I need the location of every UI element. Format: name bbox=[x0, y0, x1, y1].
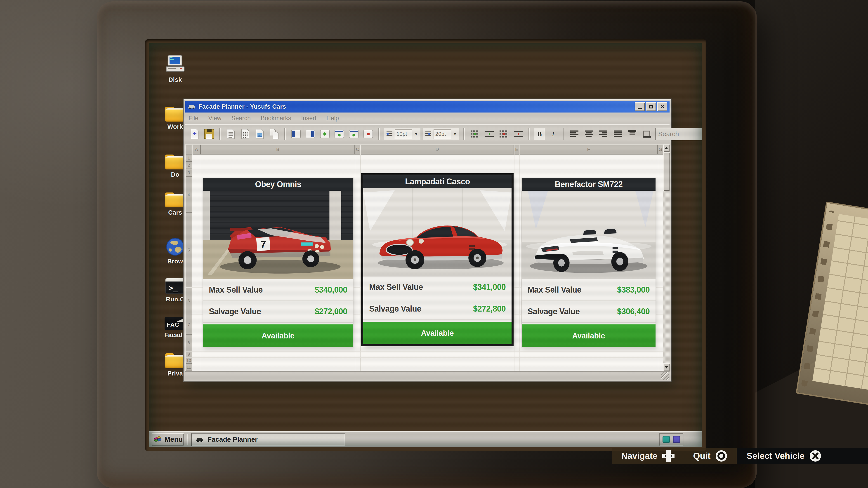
toolbar-separator bbox=[563, 128, 564, 140]
gridline bbox=[514, 155, 515, 371]
new-document-icon bbox=[190, 129, 199, 139]
gridline bbox=[192, 351, 663, 352]
red-marker-icon bbox=[363, 130, 373, 138]
column-header-c[interactable]: C bbox=[355, 144, 360, 155]
salvage-value: $272,800 bbox=[473, 304, 506, 314]
close-button[interactable]: ✕ bbox=[657, 102, 667, 111]
max-sell-row: Max Sell Value $383,000 bbox=[522, 279, 655, 301]
scrollbar-thumb[interactable] bbox=[663, 152, 670, 191]
insert-header-green-button[interactable] bbox=[333, 128, 345, 140]
menu-search[interactable]: Search bbox=[231, 115, 251, 122]
app-car-icon bbox=[188, 104, 196, 109]
vehicle-name: Lampadati Casco bbox=[405, 177, 470, 186]
column-header-d[interactable]: D bbox=[360, 144, 514, 155]
row-header-9[interactable]: 9 bbox=[185, 351, 192, 357]
doc-fields-button[interactable] bbox=[239, 128, 251, 140]
italic-button[interactable]: I bbox=[548, 128, 559, 140]
bold-button[interactable]: B bbox=[534, 128, 545, 140]
vehicle-name-header: Lampadati Casco bbox=[363, 175, 512, 188]
row-header-11[interactable]: 11 bbox=[185, 364, 192, 371]
vehicle-card-obey-omnis[interactable]: Obey Omnis bbox=[203, 178, 353, 347]
gridline bbox=[192, 357, 663, 358]
insert-row-below-button[interactable] bbox=[483, 128, 495, 140]
menu-file[interactable]: File bbox=[188, 115, 198, 122]
align-left-button[interactable] bbox=[568, 128, 581, 140]
window-titlebar[interactable]: Facade Planner - Yusufs Cars ✕ bbox=[185, 101, 670, 112]
salvage-label: Salvage Value bbox=[528, 307, 580, 316]
panel-right-button[interactable] bbox=[304, 128, 316, 140]
new-document-button[interactable] bbox=[188, 128, 201, 140]
delete-row-button[interactable] bbox=[498, 128, 510, 140]
align-bottom-button[interactable] bbox=[641, 128, 653, 140]
copy-button[interactable] bbox=[268, 128, 280, 140]
insert-header-green2-button[interactable] bbox=[348, 128, 360, 140]
hud-select-vehicle-label: Select Vehicle bbox=[747, 451, 804, 461]
doc-text-button[interactable] bbox=[225, 128, 237, 140]
panel-left-button[interactable] bbox=[290, 128, 302, 140]
row-header-6[interactable]: 6 bbox=[185, 287, 192, 315]
row-header-8[interactable]: 8 bbox=[185, 335, 192, 351]
align-center-button[interactable] bbox=[583, 128, 595, 140]
panel-left-icon bbox=[291, 130, 301, 138]
hud-navigate-label: Navigate bbox=[621, 451, 657, 461]
align-top-button[interactable] bbox=[626, 128, 638, 140]
font-size-dropdown-a[interactable]: 10pt ▼ bbox=[384, 128, 421, 140]
vehicle-card-benefactor-sm722[interactable]: Benefactor SM722 bbox=[522, 178, 655, 347]
max-sell-value: $341,000 bbox=[473, 283, 506, 292]
vehicle-card-lampadati-casco[interactable]: Lampadati Casco bbox=[363, 175, 512, 344]
row-header-7[interactable]: 7 bbox=[185, 315, 192, 335]
grid-corner-cell[interactable] bbox=[185, 144, 192, 155]
availability-bar: Available bbox=[203, 324, 353, 347]
row-header-2[interactable]: 2 bbox=[185, 162, 192, 169]
align-left-icon bbox=[570, 130, 579, 138]
max-sell-row: Max Sell Value $341,000 bbox=[363, 276, 512, 298]
column-header-b[interactable]: B bbox=[201, 144, 355, 155]
menu-bookmarks[interactable]: Bookmarks bbox=[260, 115, 291, 122]
start-menu-button[interactable]: Menu bbox=[152, 433, 184, 446]
column-header-a[interactable]: A bbox=[192, 144, 201, 155]
search-input[interactable] bbox=[658, 130, 702, 138]
align-right-button[interactable] bbox=[597, 128, 610, 140]
row-header-1[interactable]: 1 bbox=[185, 155, 192, 162]
font-size-dropdown-b[interactable]: 20pt ▼ bbox=[423, 128, 459, 140]
column-header-g[interactable]: G bbox=[658, 144, 663, 155]
save-button[interactable] bbox=[203, 128, 215, 140]
salvage-label: Salvage Value bbox=[369, 304, 421, 314]
classic-car-illustration bbox=[363, 188, 512, 276]
facade-icon-badge: FAC bbox=[167, 321, 179, 328]
row-header-3[interactable]: 3 bbox=[185, 169, 192, 177]
insert-green-button[interactable] bbox=[319, 128, 331, 140]
copy-pages-icon bbox=[270, 129, 279, 139]
menu-insert[interactable]: Insert bbox=[301, 115, 316, 122]
taskbar-item-facade-planner[interactable]: Facade Planner bbox=[191, 433, 345, 446]
align-justify-button[interactable] bbox=[612, 128, 624, 140]
desktop-icon-disk[interactable]: Disk bbox=[161, 55, 189, 84]
maximize-button[interactable] bbox=[646, 102, 656, 111]
header-green-icon bbox=[349, 130, 359, 138]
menu-help[interactable]: Help bbox=[327, 115, 339, 122]
row-header-10[interactable]: 10 bbox=[185, 357, 192, 364]
delete-red-button[interactable] bbox=[362, 128, 374, 140]
column-header-e[interactable]: E bbox=[514, 144, 520, 155]
resize-grip[interactable] bbox=[661, 372, 669, 380]
row-header-4[interactable]: 4 bbox=[185, 177, 192, 213]
align-right-icon bbox=[599, 130, 608, 138]
doc-text-icon bbox=[226, 129, 235, 139]
dropdown-arrow-icon[interactable]: ▼ bbox=[414, 132, 418, 136]
row-header-5[interactable]: 5 bbox=[185, 213, 192, 287]
tray-app-icon[interactable] bbox=[673, 436, 680, 443]
dropdown-arrow-icon[interactable]: ▼ bbox=[453, 132, 457, 136]
menu-view[interactable]: View bbox=[209, 115, 221, 122]
clear-row-button[interactable] bbox=[512, 128, 524, 140]
scroll-up-button[interactable] bbox=[663, 144, 670, 152]
align-center-icon bbox=[584, 130, 593, 138]
minimize-button[interactable] bbox=[635, 102, 645, 111]
doc-image-button[interactable] bbox=[254, 128, 266, 140]
doc-fields-icon bbox=[241, 129, 250, 139]
insert-row-above-button[interactable] bbox=[469, 128, 481, 140]
tray-network-icon[interactable] bbox=[662, 436, 670, 443]
gridline bbox=[201, 155, 201, 371]
search-field[interactable] bbox=[655, 128, 702, 140]
column-header-f[interactable]: F bbox=[520, 144, 658, 155]
scroll-down-button[interactable] bbox=[663, 363, 670, 371]
